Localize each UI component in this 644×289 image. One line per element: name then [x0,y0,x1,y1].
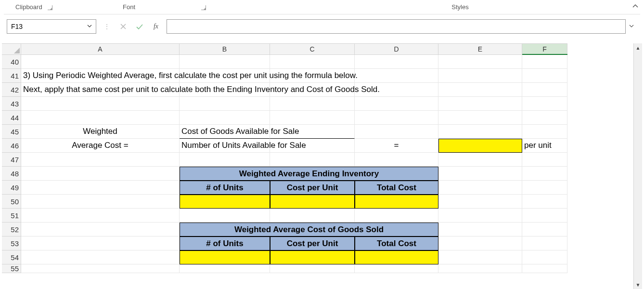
cell-A46[interactable]: Average Cost = [21,139,180,153]
cell-B44[interactable] [180,111,270,125]
row-header-46[interactable]: 46 [2,139,21,153]
cell-F49[interactable] [522,181,567,195]
cell-B47[interactable] [180,153,270,167]
scroll-up-icon[interactable]: ▲ [634,43,642,52]
cell-B52-D52-merged[interactable]: Weighted Average Cost of Goods Sold [180,223,438,236]
cell-F45[interactable] [522,125,567,139]
cell-C55[interactable] [270,264,355,273]
cell-F54[interactable] [522,250,567,264]
cell-D43[interactable] [355,97,438,111]
cell-A53[interactable] [21,236,180,250]
col-header-D[interactable]: D [355,43,438,55]
cell-E46[interactable] [438,139,522,153]
cell-B46[interactable]: Number of Units Available for Sale [180,139,270,153]
cell-B50[interactable] [180,195,270,209]
cell-A41[interactable]: 3) Using Periodic Weighted Average, firs… [21,69,180,83]
cell-D40[interactable] [355,55,438,69]
clipboard-launcher-icon[interactable] [48,5,52,10]
cell-E43[interactable] [438,97,522,111]
cell-D50[interactable] [355,195,438,209]
cell-D44[interactable] [355,111,438,125]
cell-A48[interactable] [21,167,180,181]
cell-A54[interactable] [21,250,180,264]
enter-icon[interactable] [135,22,144,31]
cell-C54[interactable] [270,250,355,264]
cell-F47[interactable] [522,153,567,167]
row-header-54[interactable]: 54 [2,250,21,264]
formula-options-icon[interactable]: ⋮ [102,22,112,31]
cell-E41[interactable] [438,69,522,83]
cell-D53[interactable]: Total Cost [355,236,438,250]
cell-A51[interactable] [21,209,180,223]
cell-F50[interactable] [522,195,567,209]
cell-E50[interactable] [438,195,522,209]
row-header-55[interactable]: 55 [2,264,21,273]
col-header-B[interactable]: B [180,43,270,55]
select-all-corner[interactable] [2,43,21,55]
name-box[interactable]: F13 [7,19,96,34]
cell-D41[interactable] [355,69,438,83]
cell-A55[interactable] [21,264,180,273]
row-header-51[interactable]: 51 [2,209,21,223]
cell-C47[interactable] [270,153,355,167]
cell-E44[interactable] [438,111,522,125]
cell-A47[interactable] [21,153,180,167]
row-header-40[interactable]: 40 [2,55,21,69]
fx-icon[interactable]: fx [151,22,161,31]
cell-B51[interactable] [180,209,270,223]
cell-A45[interactable]: Weighted [21,125,180,139]
cell-E42[interactable] [438,83,522,97]
cell-A44[interactable] [21,111,180,125]
cell-B43[interactable] [180,97,270,111]
cell-C44[interactable] [270,111,355,125]
cell-C43[interactable] [270,97,355,111]
cell-E51[interactable] [438,209,522,223]
cell-B45[interactable]: Cost of Goods Available for Sale [180,125,270,139]
cell-E40[interactable] [438,55,522,69]
name-box-dropdown-icon[interactable] [87,24,92,29]
cancel-icon[interactable] [118,22,128,31]
cell-C50[interactable] [270,195,355,209]
row-header-41[interactable]: 41 [2,69,21,83]
cell-C49[interactable]: Cost per Unit [270,181,355,195]
cell-A40[interactable] [21,55,180,69]
col-header-F[interactable]: F [522,43,567,55]
cell-B48-D48-merged[interactable]: Weighted Average Ending Inventory [180,167,438,181]
cell-A50[interactable] [21,195,180,209]
cell-F43[interactable] [522,97,567,111]
row-header-50[interactable]: 50 [2,195,21,209]
cell-E54[interactable] [438,250,522,264]
row-header-44[interactable]: 44 [2,111,21,125]
row-header-47[interactable]: 47 [2,153,21,167]
cell-F41[interactable] [522,69,567,83]
font-launcher-icon[interactable] [201,5,206,10]
cell-D54[interactable] [355,250,438,264]
cell-B53[interactable]: # of Units [180,236,270,250]
row-header-53[interactable]: 53 [2,236,21,250]
cell-D45[interactable] [355,125,438,139]
cell-F42[interactable] [522,83,567,97]
cell-F55[interactable] [522,264,567,273]
cell-E47[interactable] [438,153,522,167]
cell-E48[interactable] [438,167,522,181]
cell-F52[interactable] [522,223,567,236]
cell-A42[interactable]: Next, apply that same cost per unit to c… [21,83,180,97]
cell-C40[interactable] [270,55,355,69]
cell-E52[interactable] [438,223,522,236]
cell-C53[interactable]: Cost per Unit [270,236,355,250]
cell-F44[interactable] [522,111,567,125]
col-header-C[interactable]: C [270,43,355,55]
row-header-48[interactable]: 48 [2,167,21,181]
collapse-ribbon-icon[interactable] [632,3,638,11]
cell-B54[interactable] [180,250,270,264]
row-header-43[interactable]: 43 [2,97,21,111]
cell-D49[interactable]: Total Cost [355,181,438,195]
row-header-52[interactable]: 52 [2,223,21,236]
cell-F48[interactable] [522,167,567,181]
row-header-45[interactable]: 45 [2,125,21,139]
cell-B49[interactable]: # of Units [180,181,270,195]
scroll-down-icon[interactable]: ▼ [634,280,642,289]
cell-D55[interactable] [355,264,438,273]
cell-B55[interactable] [180,264,270,273]
formula-bar-expand-icon[interactable] [626,24,637,29]
